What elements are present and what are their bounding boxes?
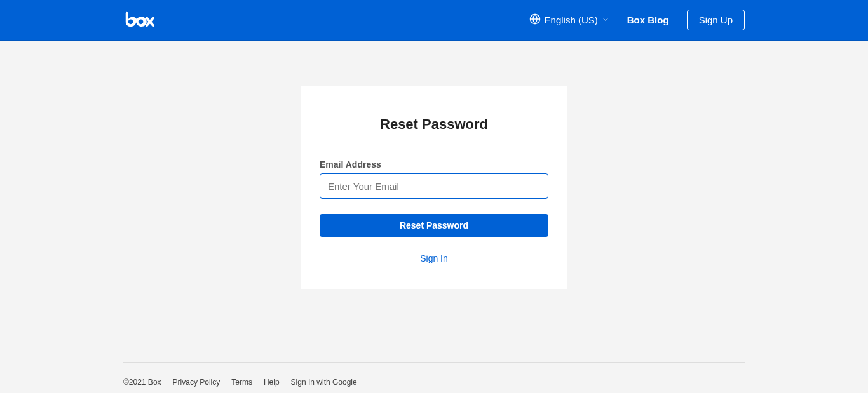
blog-link[interactable]: Box Blog (627, 15, 669, 25)
privacy-link[interactable]: Privacy Policy (173, 378, 220, 387)
language-label: English (US) (545, 15, 598, 25)
footer-divider (123, 362, 745, 363)
card-title: Reset Password (320, 116, 548, 133)
header-right: English (US) Box Blog Sign Up (529, 10, 745, 30)
chevron-down-icon (602, 15, 609, 25)
reset-password-button[interactable]: Reset Password (320, 214, 548, 237)
header: English (US) Box Blog Sign Up (0, 0, 868, 41)
language-selector[interactable]: English (US) (529, 13, 609, 27)
footer-links: ©2021 Box Privacy Policy Terms Help Sign… (123, 378, 745, 387)
box-logo[interactable] (123, 11, 156, 29)
globe-icon (529, 13, 541, 27)
signup-button[interactable]: Sign Up (687, 10, 745, 30)
terms-link[interactable]: Terms (231, 378, 252, 387)
reset-password-card: Reset Password Email Address Reset Passw… (301, 86, 567, 289)
email-input[interactable] (320, 173, 548, 199)
copyright-text: ©2021 Box (123, 378, 161, 387)
footer: ©2021 Box Privacy Policy Terms Help Sign… (0, 362, 868, 393)
email-label: Email Address (320, 159, 548, 170)
google-signin-link[interactable]: Sign In with Google (291, 378, 357, 387)
signin-link[interactable]: Sign In (320, 253, 548, 263)
help-link[interactable]: Help (264, 378, 280, 387)
main-content: Reset Password Email Address Reset Passw… (0, 41, 868, 289)
